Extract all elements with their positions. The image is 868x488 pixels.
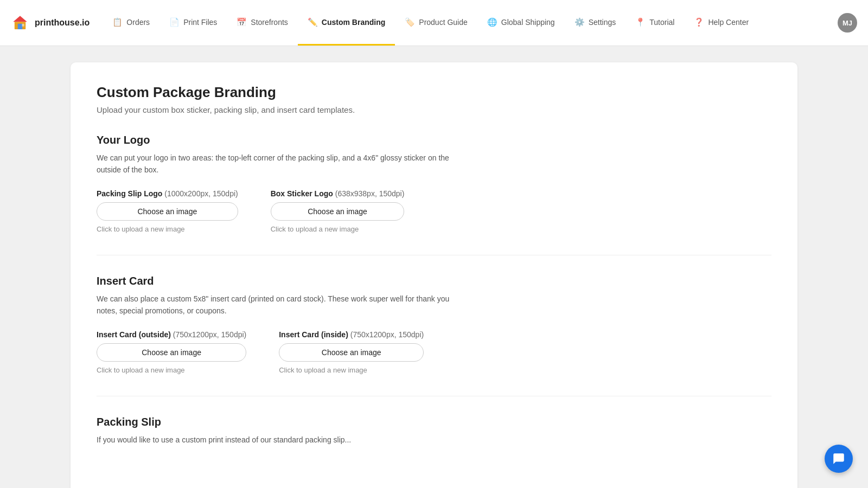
upload-block-insert-card-inside: Insert Card (inside) (750x1200px, 150dpi… bbox=[279, 330, 424, 374]
upload-label-packing-slip-logo: Packing Slip Logo (1000x200px, 150dpi) bbox=[97, 189, 238, 198]
nav-item-custom-branding[interactable]: ✏️Custom Branding bbox=[298, 0, 395, 46]
house-icon bbox=[11, 14, 29, 32]
chat-icon bbox=[832, 452, 846, 466]
help-center-icon: ❓ bbox=[694, 17, 704, 27]
orders-icon: 📋 bbox=[112, 17, 123, 27]
nav-label: Custom Branding bbox=[322, 18, 385, 27]
section-packing-slip: Packing Slip If you would like to use a … bbox=[97, 416, 771, 446]
navbar: printhouse.io 📋Orders📄Print Files📅Storef… bbox=[0, 0, 868, 46]
section-insert-card: Insert Card We can also place a custom 5… bbox=[97, 275, 771, 374]
nav-item-global-shipping[interactable]: 🌐Global Shipping bbox=[477, 0, 565, 46]
insert-card-section-desc: We can also place a custom 5x8" insert c… bbox=[97, 293, 465, 317]
upload-block-insert-card-outside: Insert Card (outside) (750x1200px, 150dp… bbox=[97, 330, 246, 374]
nav-item-storefronts[interactable]: 📅Storefronts bbox=[227, 0, 297, 46]
divider-2 bbox=[97, 396, 771, 396]
packing-slip-section-title: Packing Slip bbox=[97, 416, 771, 428]
upload-hint-box-sticker-logo: Click to upload a new image bbox=[271, 225, 405, 233]
logo-section-desc: We can put your logo in two areas: the t… bbox=[97, 152, 465, 176]
nav-label: Global Shipping bbox=[501, 18, 555, 27]
global-shipping-icon: 🌐 bbox=[487, 17, 497, 27]
nav-label: Settings bbox=[589, 18, 616, 27]
custom-branding-icon: ✏️ bbox=[308, 17, 318, 27]
upload-block-packing-slip-logo: Packing Slip Logo (1000x200px, 150dpi) C… bbox=[97, 189, 238, 233]
brand-name: printhouse.io bbox=[35, 18, 90, 28]
nav-label: Help Center bbox=[708, 18, 749, 27]
nav-item-settings[interactable]: ⚙️Settings bbox=[565, 0, 626, 46]
nav-item-tutorial[interactable]: 📍Tutorial bbox=[626, 0, 684, 46]
nav-label: Print Files bbox=[183, 18, 217, 27]
choose-image-btn-box-sticker-logo[interactable]: Choose an image bbox=[271, 202, 405, 221]
insert-card-section-title: Insert Card bbox=[97, 275, 771, 287]
print-files-icon: 📄 bbox=[169, 17, 180, 27]
page-title: Custom Package Branding bbox=[97, 84, 771, 101]
choose-image-btn-insert-card-inside[interactable]: Choose an image bbox=[279, 343, 424, 362]
main-content: Custom Package Branding Upload your cust… bbox=[54, 62, 814, 488]
upload-label-insert-card-inside: Insert Card (inside) (750x1200px, 150dpi… bbox=[279, 330, 424, 339]
product-guide-icon: 🏷️ bbox=[405, 17, 415, 27]
divider-1 bbox=[97, 255, 771, 255]
choose-image-btn-insert-card-outside[interactable]: Choose an image bbox=[97, 343, 246, 362]
upload-block-box-sticker-logo: Box Sticker Logo (638x938px, 150dpi) Cho… bbox=[271, 189, 405, 233]
user-avatar[interactable]: MJ bbox=[838, 13, 857, 33]
nav-items: 📋Orders📄Print Files📅Storefronts✏️Custom … bbox=[103, 0, 838, 46]
nav-label: Orders bbox=[126, 18, 150, 27]
upload-label-insert-card-outside: Insert Card (outside) (750x1200px, 150dp… bbox=[97, 330, 246, 339]
content-card: Custom Package Branding Upload your cust… bbox=[71, 62, 797, 488]
upload-label-box-sticker-logo: Box Sticker Logo (638x938px, 150dpi) bbox=[271, 189, 405, 198]
choose-image-btn-packing-slip-logo[interactable]: Choose an image bbox=[97, 202, 238, 221]
logo-upload-row: Packing Slip Logo (1000x200px, 150dpi) C… bbox=[97, 189, 771, 233]
nav-label: Storefronts bbox=[251, 18, 288, 27]
svg-rect-3 bbox=[18, 24, 23, 29]
storefronts-icon: 📅 bbox=[237, 17, 247, 27]
settings-icon: ⚙️ bbox=[575, 17, 585, 27]
brand-logo[interactable]: printhouse.io bbox=[11, 0, 103, 46]
chat-bubble[interactable] bbox=[825, 445, 853, 473]
nav-item-print-files[interactable]: 📄Print Files bbox=[159, 0, 227, 46]
tutorial-icon: 📍 bbox=[635, 17, 646, 27]
logo-section-title: Your Logo bbox=[97, 134, 771, 146]
upload-hint-insert-card-outside: Click to upload a new image bbox=[97, 366, 246, 374]
page-subtitle: Upload your custom box sticker, packing … bbox=[97, 105, 771, 114]
upload-hint-packing-slip-logo: Click to upload a new image bbox=[97, 225, 238, 233]
svg-rect-4 bbox=[22, 24, 24, 27]
nav-item-product-guide[interactable]: 🏷️Product Guide bbox=[395, 0, 477, 46]
nav-label: Product Guide bbox=[419, 18, 468, 27]
upload-hint-insert-card-inside: Click to upload a new image bbox=[279, 366, 424, 374]
nav-item-help-center[interactable]: ❓Help Center bbox=[684, 0, 758, 46]
section-logo: Your Logo We can put your logo in two ar… bbox=[97, 134, 771, 233]
insert-card-upload-row: Insert Card (outside) (750x1200px, 150dp… bbox=[97, 330, 771, 374]
packing-slip-section-desc: If you would like to use a custom print … bbox=[97, 434, 465, 446]
nav-label: Tutorial bbox=[649, 18, 674, 27]
nav-item-orders[interactable]: 📋Orders bbox=[103, 0, 159, 46]
